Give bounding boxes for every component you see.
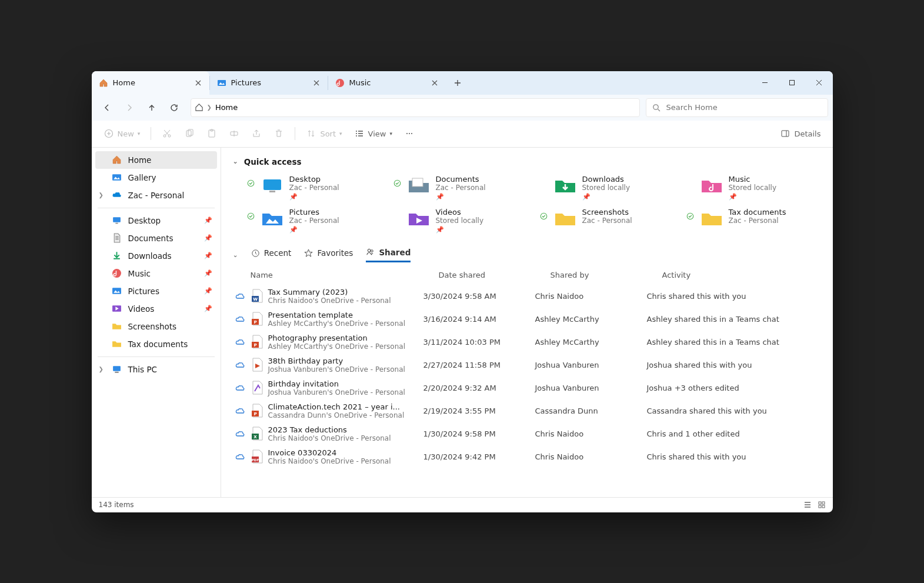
pin-icon[interactable]: 📌 [204,216,212,224]
home-icon [99,78,108,88]
svg-rect-28 [412,178,423,186]
chevron-down-icon[interactable]: ⌄ [233,251,238,259]
file-name: Invoice 03302024 [268,448,423,457]
file-row[interactable]: 38th Birthday party Joshua Vanburen's On… [233,354,821,377]
sidebar-item-gallery[interactable]: Gallery [95,169,217,186]
qa-item[interactable]: Documents Zac - Personal 📌 [393,175,528,201]
column-activity[interactable]: Activity [662,271,821,279]
tab-music[interactable]: Music [328,71,446,95]
qa-item[interactable]: Desktop Zac - Personal 📌 [247,175,382,201]
cloud-icon [235,360,251,369]
maximize-button[interactable] [779,71,806,95]
tab-favorites[interactable]: Favorites [304,248,353,261]
close-window-button[interactable] [806,71,833,95]
file-row[interactable]: P Presentation template Ashley McCarthy'… [233,308,821,331]
nav-bar: ❯ Home [92,95,833,121]
sidebar-item-desktop[interactable]: Desktop 📌 [95,212,217,229]
svg-point-19 [112,269,121,278]
search-input[interactable] [666,103,822,112]
file-activity: Chris and 1 other edited [647,429,821,438]
file-row[interactable]: PDF Invoice 03302024 Chris Naidoo's OneD… [233,445,821,468]
file-row[interactable]: P Photography presentation Ashley McCart… [233,331,821,354]
qa-item[interactable]: Screenshots Zac - Personal [540,208,675,234]
minimize-button[interactable] [752,71,779,95]
sort-button[interactable]: Sort ▾ [301,126,346,141]
file-type-icon: P [251,312,263,326]
view-button[interactable]: View ▾ [349,126,397,141]
new-tab-button[interactable] [446,71,469,95]
file-row[interactable]: W Tax Summary (2023) Chris Naidoo's OneD… [233,285,821,308]
file-name: ClimateAction.tech 2021 – year i... [268,402,423,411]
cut-button[interactable] [157,126,177,141]
sidebar-item-documents[interactable]: Documents 📌 [95,229,217,247]
qa-item[interactable]: Videos Stored locally 📌 [393,208,528,234]
qa-item[interactable]: Downloads Stored locally 📌 [540,175,675,201]
column-date[interactable]: Date shared [439,271,551,279]
svg-rect-49 [819,505,821,508]
tab-pictures[interactable]: Pictures [210,71,328,95]
close-icon[interactable] [429,78,440,88]
chevron-right-icon[interactable]: ❯ [99,192,104,198]
sidebar-item-home[interactable]: Home [95,151,217,169]
column-name[interactable]: Name [251,271,439,279]
file-date: 1/30/2024 9:42 PM [423,452,535,461]
sidebar-item-this-pc[interactable]: ❯ This PC [95,361,217,378]
pin-icon[interactable]: 📌 [204,287,212,295]
close-icon[interactable] [311,78,322,88]
chevron-down-icon[interactable]: ⌄ [233,158,238,165]
sidebar-item-videos[interactable]: Videos 📌 [95,300,217,318]
grid-view-icon[interactable] [818,501,826,509]
pin-icon[interactable]: 📌 [204,305,212,312]
pin-icon[interactable]: 📌 [204,252,212,259]
qa-item[interactable]: Tax documents Zac - Personal [686,208,821,234]
cloud-icon [235,452,251,461]
pin-icon[interactable]: 📌 [204,269,212,277]
chevron-right-icon[interactable]: ❯ [207,104,212,111]
close-icon[interactable] [193,78,204,88]
videos-icon [112,304,122,314]
pin-icon[interactable]: 📌 [204,234,212,242]
view-label: View [368,129,386,138]
tab-shared[interactable]: Shared [366,248,411,262]
sidebar-item-music[interactable]: Music 📌 [95,265,217,282]
sidebar-item-pictures[interactable]: Pictures 📌 [95,282,217,300]
back-button[interactable] [96,97,118,118]
sidebar-item-screenshots[interactable]: Screenshots [95,318,217,335]
forward-button[interactable] [119,97,140,118]
column-by[interactable]: Shared by [551,271,662,279]
svg-rect-16 [112,174,121,181]
file-location: Joshua Vanburen's OneDrive - Personal [268,365,423,374]
up-button[interactable] [141,97,162,118]
search-box[interactable] [646,98,828,117]
tab-recent[interactable]: Recent [251,248,292,261]
sidebar-item-tax-documents[interactable]: Tax documents [95,335,217,353]
list-view-icon[interactable] [803,501,812,509]
paste-button[interactable] [202,126,222,141]
delete-button[interactable] [269,126,289,141]
sidebar-item-downloads[interactable]: Downloads 📌 [95,247,217,265]
pin-icon: 📌 [289,193,339,201]
svg-rect-25 [263,179,281,190]
file-row[interactable]: P ClimateAction.tech 2021 – year i... Ca… [233,399,821,422]
tab-home[interactable]: Home [92,71,209,95]
svg-rect-20 [112,288,121,294]
new-button[interactable]: New ▾ [99,126,145,141]
qa-item[interactable]: Pictures Zac - Personal 📌 [247,208,382,234]
details-button[interactable]: Details [775,126,825,141]
sidebar-item-onedrive[interactable]: ❯ Zac - Personal [95,186,217,204]
rename-button[interactable] [224,126,244,141]
address-bar[interactable]: ❯ Home [191,98,640,117]
file-activity: Joshua shared this with you [647,361,821,369]
quick-access-grid: Desktop Zac - Personal 📌 Documents Zac -… [247,175,821,234]
quick-access-header[interactable]: ⌄ Quick access [233,157,821,166]
share-button[interactable] [246,126,266,141]
more-button[interactable] [399,126,419,141]
explorer-window: Home Pictures Music [92,71,833,512]
copy-button[interactable] [179,126,199,141]
file-activity: Chris shared this with you [647,292,821,301]
refresh-button[interactable] [164,97,185,118]
file-row[interactable]: X 2023 Tax deductions Chris Naidoo's One… [233,422,821,445]
qa-item[interactable]: Music Stored locally 📌 [686,175,821,201]
chevron-right-icon[interactable]: ❯ [99,366,104,372]
file-row[interactable]: Birthday invitation Joshua Vanburen's On… [233,377,821,399]
